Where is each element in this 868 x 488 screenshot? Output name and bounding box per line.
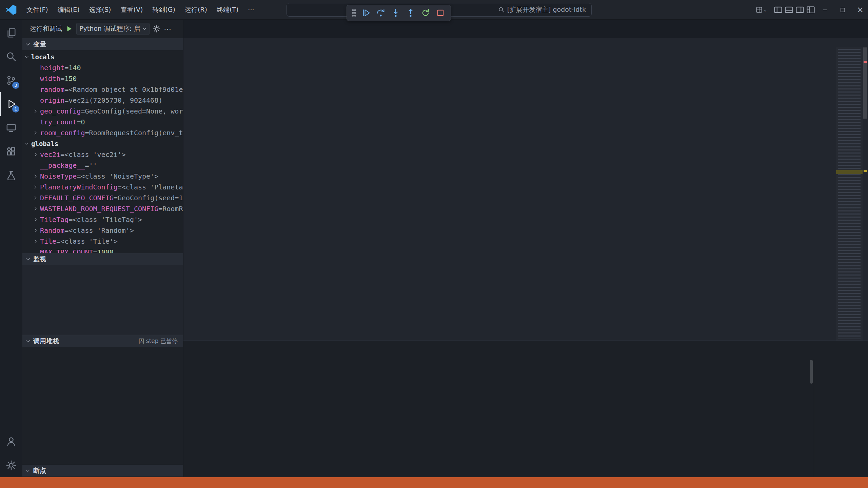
variable-value: 0 <box>81 118 85 126</box>
menu-item[interactable]: 运行(R) <box>180 3 212 16</box>
callstack-section-header[interactable]: 调用堆栈 因 step 已暂停 <box>22 335 183 347</box>
variable-name: width <box>40 75 60 83</box>
code-editor[interactable] <box>183 47 868 341</box>
debug-config-dropdown[interactable]: Python 调试程序: 启 <box>76 23 150 35</box>
variable-row[interactable]: random = <Random object at 0x1bf9d01e… <box>22 84 183 95</box>
equals: = <box>64 64 68 72</box>
variable-name: DEFAULT_GEO_CONFIG <box>40 194 114 202</box>
variable-row[interactable]: try_count = 0 <box>22 117 183 127</box>
variable-row[interactable]: PlanetaryWindConfig = <class 'Planeta… <box>22 182 183 192</box>
chevron-down-icon <box>142 26 147 31</box>
breakpoints-list <box>22 476 183 477</box>
watch-body <box>22 265 183 335</box>
customize-layout-icon[interactable] <box>806 5 815 14</box>
variable-row[interactable]: vec2i = <class 'vec2i'> <box>22 149 183 160</box>
variable-row[interactable]: origin = vec2i(7205730, 9024468) <box>22 95 183 106</box>
variable-row[interactable]: MAX_TRY_COUNT = 1000 <box>22 247 183 253</box>
watch-section-header[interactable]: 监视 <box>22 253 183 265</box>
variable-name: NoiseType <box>40 172 77 180</box>
variable-value: 1000 <box>97 248 114 253</box>
equals: = <box>64 96 68 104</box>
equals: = <box>118 183 122 191</box>
pause-reason: 因 step 已暂停 <box>138 337 180 345</box>
editor-scrollbar[interactable] <box>863 47 868 341</box>
variable-name: vec2i <box>40 150 60 159</box>
chevright-icon <box>33 239 38 244</box>
variable-name: random <box>40 85 64 94</box>
chevright-icon <box>33 228 38 233</box>
debug-step-out-button[interactable] <box>404 6 417 20</box>
chevron-right-icon <box>31 172 40 180</box>
chevron-down-icon <box>25 42 31 47</box>
variable-value: <class 'TileTag'> <box>73 216 142 224</box>
menu-item[interactable]: 终端(T) <box>212 3 243 16</box>
variable-row[interactable]: TileTag = <class 'TileTag'> <box>22 214 183 225</box>
variable-name: __package__ <box>40 161 85 169</box>
toggle-sidebar-icon[interactable] <box>774 5 783 14</box>
equals: = <box>56 237 60 245</box>
window-minimize-icon[interactable]: ─ <box>817 0 833 20</box>
debug-settings-gear-icon[interactable] <box>153 25 160 33</box>
chevron-right-icon <box>31 237 40 245</box>
chevright-icon <box>33 174 38 179</box>
chevright-icon <box>33 185 38 189</box>
activity-scm-button[interactable]: 3 <box>0 68 22 92</box>
variable-row[interactable]: Random = <class 'Random'> <box>22 225 183 236</box>
debug-step-into-button[interactable] <box>389 6 402 20</box>
menu-bar: 文件(F)编辑(E)选择(S)查看(V)转到(G)运行(R)终端(T)··· <box>22 3 259 16</box>
debug-continue-button[interactable] <box>359 6 373 20</box>
minimap[interactable] <box>836 47 863 341</box>
activity-extensions-button[interactable] <box>0 140 22 163</box>
debug-stop-button[interactable] <box>434 6 447 20</box>
window-close-icon[interactable]: × <box>852 0 868 20</box>
variable-value: 150 <box>64 75 77 83</box>
menu-item[interactable]: 查看(V) <box>116 3 148 16</box>
more-actions-icon[interactable]: ⋯ <box>164 25 171 33</box>
equals: = <box>114 194 118 202</box>
terminal-output[interactable] <box>183 359 809 477</box>
debug-step-over-button[interactable] <box>374 6 388 20</box>
search-icon <box>6 52 16 62</box>
breakpoints-section-header[interactable]: 断点 <box>22 464 183 476</box>
variable-row[interactable]: height = 140 <box>22 62 183 73</box>
variables-scope-locals[interactable]: locals <box>22 52 183 62</box>
activity-debug-button[interactable]: 1 <box>0 92 22 116</box>
activity-account-button[interactable] <box>0 430 22 453</box>
toggle-panel-icon[interactable] <box>785 5 793 14</box>
debug-restart-button[interactable] <box>419 6 432 20</box>
variables-section-header[interactable]: 变量 <box>22 38 183 50</box>
activity-search-button[interactable] <box>0 45 22 68</box>
toggle-secondary-sidebar-icon[interactable] <box>795 5 804 14</box>
restart-icon <box>421 8 430 17</box>
variable-name: MAX_TRY_COUNT <box>40 248 93 253</box>
start-debug-button[interactable] <box>65 25 73 33</box>
scope-name: globals <box>31 140 58 147</box>
variable-name: Tile <box>40 237 56 245</box>
variable-row[interactable]: room_config = RoomRequestConfig(env_t… <box>22 127 183 138</box>
menu-item[interactable]: 转到(G) <box>147 3 180 16</box>
terminal-scrollbar[interactable] <box>809 359 814 477</box>
variable-row[interactable]: WASTELAND_ROOM_REQUEST_CONFIG = RoomR… <box>22 203 183 214</box>
menu-item[interactable]: 选择(S) <box>84 3 116 16</box>
menu-item[interactable]: 文件(F) <box>22 3 53 16</box>
activity-remote-button[interactable] <box>0 116 22 140</box>
variable-row[interactable]: geo_config = GeoConfig(seed=None, wor… <box>22 106 183 117</box>
variable-row[interactable]: __package__ = '' <box>22 160 183 171</box>
activity-gear-button[interactable] <box>0 453 22 477</box>
chevron-right-icon <box>31 194 40 202</box>
variable-row[interactable]: DEFAULT_GEO_CONFIG = GeoConfig(seed=1… <box>22 192 183 203</box>
variable-row[interactable]: width = 150 <box>22 73 183 84</box>
menu-item[interactable]: ··· <box>243 4 259 16</box>
variable-row[interactable]: Tile = <class 'Tile'> <box>22 236 183 247</box>
chevron-down-icon <box>25 257 31 262</box>
variable-value: <class 'vec2i'> <box>64 150 126 159</box>
variable-value: RoomRequestConfig(env_t… <box>89 129 183 137</box>
workspace-switch-icon[interactable]: ⌄ <box>756 6 767 13</box>
window-maximize-icon[interactable] <box>835 0 850 20</box>
activity-testing-button[interactable] <box>0 163 22 187</box>
menu-item[interactable]: 编辑(E) <box>53 3 84 16</box>
chevron-down-icon <box>22 140 31 148</box>
variables-scope-globals[interactable]: globals <box>22 138 183 149</box>
variable-row[interactable]: NoiseType = <class 'NoiseType'> <box>22 171 183 182</box>
activity-files-button[interactable] <box>0 21 22 45</box>
